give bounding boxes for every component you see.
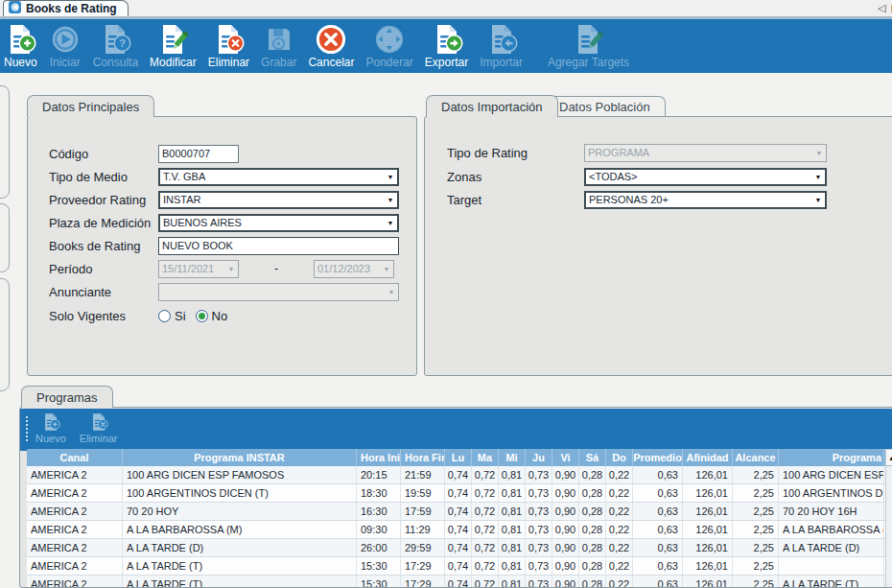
table-cell: 126,01	[683, 557, 733, 575]
table-row[interactable]: AMERICA 2A LA TARDE (D)26:0029:590,740,7…	[27, 539, 885, 557]
tab-label: Datos Principales	[42, 100, 139, 114]
table-row[interactable]: AMERICA 2100 ARGENTINOS DICEN (T)18:3019…	[27, 484, 885, 503]
proveedor-rating-value: INSTAR	[163, 194, 384, 205]
toolbar-button-nuevo[interactable]: Nuevo	[4, 22, 37, 69]
table-cell: 0,22	[606, 557, 633, 575]
table-row[interactable]: AMERICA 2A LA TARDE (T)15:3017:290,740,7…	[27, 576, 885, 588]
table-cell: 2,25	[733, 576, 779, 588]
table-cell: 26:00	[357, 539, 401, 556]
table-cell: 16:30	[357, 503, 401, 520]
column-header-programa[interactable]: Programa	[779, 449, 884, 466]
column-header-afinidad[interactable]: Afinidad	[683, 449, 733, 466]
table-cell: 0,22	[606, 576, 633, 588]
app-window: Books de Rating ◁ ▷ NuevoIniciar?Consult…	[0, 0, 892, 588]
table-cell: 0,81	[499, 576, 526, 588]
column-header-promedio[interactable]: Promedio	[633, 449, 683, 466]
table-cell: 2,25	[733, 557, 779, 575]
toolbar-button-exportar[interactable]: Exportar	[425, 22, 468, 69]
toolbar-button-cancelar[interactable]: Cancelar	[308, 22, 354, 69]
codigo-input[interactable]	[158, 145, 239, 163]
table-cell: 0,81	[499, 539, 526, 556]
field-plaza-de-medicion: Plaza de Medición BUENOS AIRES ▼	[49, 213, 399, 232]
toolbar-button-ponderar: Ponderar	[365, 22, 412, 69]
tipo-de-rating-value: PROGRAMA	[588, 147, 812, 158]
tab-datos-principales[interactable]: Datos Principales	[27, 95, 154, 117]
tab-label: Datos Población	[559, 100, 650, 114]
column-header-vi[interactable]: Vi	[552, 449, 579, 466]
table-cell: 0,90	[552, 576, 579, 588]
proveedor-rating-select[interactable]: INSTAR ▼	[158, 191, 399, 209]
table-cell: 0,72	[472, 484, 499, 502]
tab-scroll-left-icon[interactable]: ◁	[878, 1, 885, 15]
column-header-sa[interactable]: Sá	[579, 449, 606, 466]
table-cell: 0,22	[606, 466, 633, 483]
chevron-down-icon: ▼	[384, 174, 397, 180]
table-cell: 126,01	[683, 484, 733, 502]
table-cell: 0,63	[633, 466, 683, 483]
table-cell: 17:29	[401, 576, 445, 588]
table-cell: 70 20 HOY	[123, 503, 357, 520]
tab-programas[interactable]: Programas	[21, 386, 113, 408]
table-vertical-scrollbar[interactable]: ▲	[885, 449, 892, 588]
target-select[interactable]: PERSONAS 20+ ▼	[584, 191, 827, 209]
table-cell: 0,72	[472, 521, 499, 538]
table-cell: 0,63	[633, 576, 683, 588]
tipo-de-medio-select[interactable]: T.V. GBA ▼	[158, 168, 399, 186]
plaza-de-medicion-select[interactable]: BUENOS AIRES ▼	[158, 214, 399, 232]
table-cell: AMERICA 2	[27, 557, 123, 575]
column-header-hora-fin[interactable]: Hora Fin	[401, 449, 445, 466]
table-row[interactable]: AMERICA 2100 ARG DICEN ESP FAMOSOS20:152…	[27, 466, 885, 484]
table-cell: 0,90	[552, 539, 579, 556]
table-cell: 0,72	[472, 576, 499, 588]
field-tipo-de-rating: Tipo de Rating PROGRAMA ▼	[447, 143, 827, 162]
tab-datos-importacion[interactable]: Datos Importación	[426, 95, 558, 117]
toolbar-button-consulta: ?Consulta	[93, 22, 138, 69]
solo-vigentes-label: Solo Vigentes	[49, 309, 158, 323]
column-header-ma[interactable]: Ma	[472, 449, 499, 466]
column-header-ju[interactable]: Ju	[526, 449, 552, 466]
table-cell: 0,72	[472, 466, 499, 483]
zonas-select[interactable]: <TODAS> ▼	[584, 168, 827, 186]
toolbar-button-label: Exportar	[425, 57, 468, 69]
table-cell: 0,28	[579, 557, 606, 575]
toolbar-button-eliminar[interactable]: Eliminar	[208, 22, 249, 69]
column-header-hora-ini[interactable]: Hora Ini	[357, 449, 401, 466]
table-row[interactable]: AMERICA 2A LA TARDE (T)15:3017:290,740,7…	[27, 557, 885, 576]
collapsed-side-panel[interactable]	[0, 85, 10, 199]
column-header-mi[interactable]: Mi	[499, 449, 526, 466]
collapsed-side-panel[interactable]	[0, 203, 10, 272]
table-row[interactable]: AMERICA 270 20 HOY16:3017:590,740,720,81…	[27, 503, 885, 521]
chevron-down-icon: ▼	[811, 174, 825, 180]
window-tab-books-de-rating[interactable]: Books de Rating	[3, 0, 129, 16]
radio-no-label: No	[212, 309, 228, 323]
scroll-up-icon[interactable]: ▲	[886, 450, 892, 466]
doc-pencil-icon	[572, 22, 604, 57]
radio-si[interactable]	[158, 310, 171, 322]
collapsed-side-panel[interactable]	[0, 278, 10, 391]
toolbar-grip[interactable]	[26, 416, 28, 441]
toolbar-button-label: Iniciar	[50, 57, 81, 69]
doc-plus-small-icon	[41, 412, 60, 433]
tab-datos-poblacion[interactable]: Datos Población	[544, 96, 666, 117]
programas-toolbar-button-eliminar: Eliminar	[80, 412, 118, 445]
table-row[interactable]: AMERICA 2A LA BARBAROSSA (M)09:3011:290,…	[27, 521, 885, 539]
column-header-programa-instar[interactable]: Programa INSTAR	[123, 449, 357, 466]
table-cell: A LA TARDE (D)	[123, 539, 357, 556]
periodo-label: Período	[49, 262, 158, 276]
periodo-from-value: 15/11/2021	[162, 263, 224, 274]
table-cell: 0,90	[552, 484, 579, 502]
app-logo-icon	[9, 0, 21, 17]
column-header-lu[interactable]: Lu	[445, 449, 472, 466]
column-header-alcance[interactable]: Alcance	[733, 449, 779, 466]
books-de-rating-input[interactable]	[158, 237, 399, 255]
table-cell: A LA BARBAROSSA (M	[779, 521, 884, 538]
table-cell: 100 ARGENTINOS DICEN (T)	[123, 484, 357, 502]
play-icon	[49, 22, 82, 57]
radio-no[interactable]	[196, 310, 208, 322]
codigo-label: Código	[49, 147, 158, 161]
table-cell: 0,73	[526, 576, 552, 588]
column-header-do[interactable]: Do	[606, 449, 633, 466]
toolbar-button-modificar[interactable]: Modificar	[150, 22, 197, 69]
column-header-canal[interactable]: Canal	[27, 449, 123, 466]
table-cell: 0,22	[606, 521, 633, 538]
